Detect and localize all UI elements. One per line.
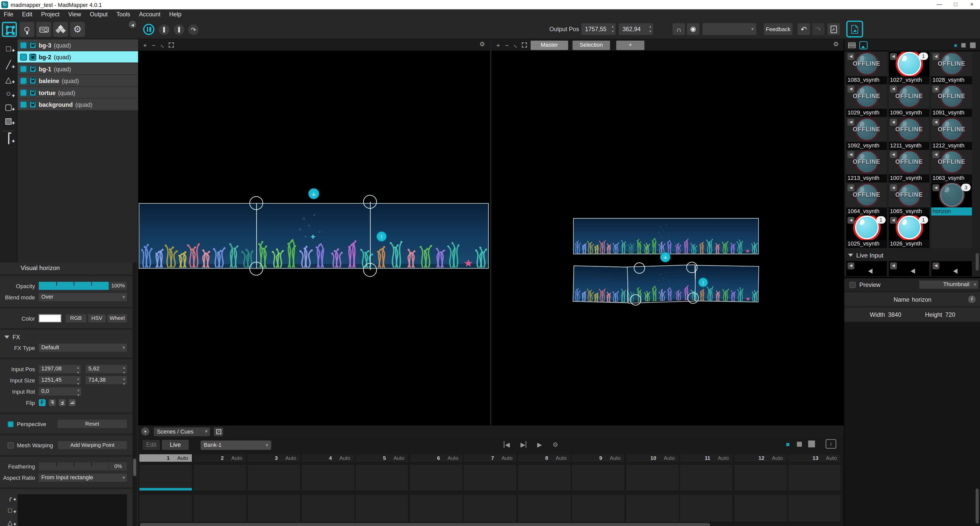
input-rot-field[interactable]: 0,0▲▼ — [39, 387, 81, 396]
opacity-value[interactable]: 100% — [109, 282, 127, 290]
menu-item-project[interactable]: Project — [41, 11, 60, 17]
lock-icon[interactable] — [29, 41, 36, 49]
canvas-settings-button[interactable]: ⚙ — [479, 41, 485, 48]
undo-button[interactable]: ↶ — [797, 23, 810, 35]
add-warping-point-button[interactable]: Add Warping Point — [58, 441, 127, 449]
scene-cell-col7-row1[interactable] — [464, 465, 516, 491]
fit-view-button[interactable]: ↔ — [511, 41, 520, 49]
zoom-in-button[interactable]: + — [494, 41, 503, 49]
corner-handle-top-left[interactable] — [250, 196, 263, 210]
mask-preview[interactable] — [18, 494, 127, 526]
live-input-header[interactable]: Live Input — [848, 252, 883, 259]
scene-cell-col6-row1[interactable] — [410, 465, 462, 491]
warp-handle-bottom-left[interactable] — [630, 294, 641, 305]
scene-cell-col3-row2[interactable] — [248, 495, 300, 522]
media-cell-1211_vsynth[interactable]: ◀OFFLINE1211_vsynth — [889, 117, 929, 150]
media-cell-horizon[interactable]: ◀3horizon — [931, 183, 972, 215]
live-input-cell[interactable]: ◀ — [931, 261, 972, 276]
output-preview-top[interactable] — [573, 218, 759, 254]
scene-cell-col1-row1[interactable] — [139, 465, 192, 491]
close-button[interactable]: × — [964, 0, 980, 10]
cue-step-2-button[interactable] — [174, 24, 185, 35]
replay-button[interactable]: ↷ — [188, 24, 199, 35]
media-cell-1026_vsynth[interactable]: ◀11026_vsynth — [889, 216, 929, 248]
corner-handle-bottom-right[interactable] — [363, 263, 377, 277]
media-cell-1007_vsynth[interactable]: ◀OFFLINE1007_vsynth — [889, 150, 929, 183]
hsv-button[interactable]: HSV — [88, 314, 105, 323]
layer-row-background[interactable]: background(quad) — [18, 99, 138, 110]
live-input-cell[interactable]: ◀ — [846, 261, 887, 276]
layer-visibility-checkbox[interactable] — [20, 89, 27, 96]
play-button[interactable]: ▶ — [537, 441, 542, 448]
scene-column-header-4[interactable]: 4Auto — [302, 454, 354, 462]
media-cell-1029_vsynth[interactable]: ◀OFFLINE1029_vsynth — [846, 84, 887, 117]
scene-cell-col8-row1[interactable] — [518, 465, 570, 491]
media-cell-1025_vsynth[interactable]: ◀11025_vsynth — [846, 216, 887, 248]
media-eject-button[interactable]: ◀ — [890, 86, 897, 93]
scene-column-header-2[interactable]: 2Auto — [193, 454, 246, 462]
scene-cell-col8-row2[interactable] — [518, 495, 570, 522]
media-eject-button[interactable]: ◀ — [848, 217, 854, 224]
scene-cell-col12-row1[interactable] — [734, 465, 787, 491]
quad-edge-left[interactable] — [256, 203, 257, 269]
tab-add[interactable]: + — [616, 41, 644, 50]
media-cell-1063_vsynth[interactable]: ◀OFFLINE1063_vsynth — [931, 150, 972, 183]
media-cell-1213_vsynth[interactable]: ◀OFFLINE1213_vsynth — [846, 150, 887, 183]
scenes-3d-tool-button[interactable] — [53, 22, 68, 37]
layer-visibility-checkbox[interactable] — [20, 101, 27, 108]
cue-info-panel-button[interactable]: i — [826, 439, 837, 448]
output-pos-y-field[interactable]: 362,94▲▼ — [619, 23, 653, 35]
media-eject-button[interactable]: ◀ — [890, 184, 897, 191]
spinner-arrows-icon[interactable]: ▲▼ — [77, 365, 80, 375]
scene-cell-col1-row2[interactable] — [139, 495, 192, 522]
menu-item-edit[interactable]: Edit — [22, 11, 32, 17]
skip-next-button[interactable]: ▶ — [520, 441, 527, 448]
media-eject-button[interactable]: ◀ — [848, 119, 854, 126]
selection-frame-icon[interactable] — [169, 42, 174, 48]
media-eject-button[interactable]: ◀ — [932, 184, 939, 191]
output-vertical-handle[interactable]: ↕ — [698, 278, 707, 287]
cue-step-1-button[interactable] — [159, 24, 169, 35]
skip-start-button[interactable]: ◀ — [504, 441, 510, 448]
spinner-arrows-icon[interactable]: ▲▼ — [77, 376, 80, 386]
scene-cell-col9-row2[interactable] — [572, 495, 624, 522]
perspective-reset-button[interactable]: Reset — [57, 420, 127, 428]
warp-handle-bottom-right[interactable] — [687, 292, 698, 304]
scene-column-header-11[interactable]: 11Auto — [680, 454, 732, 462]
maximize-button[interactable]: □ — [948, 0, 964, 10]
scene-cell-col11-row1[interactable] — [680, 465, 732, 491]
media-eject-button[interactable]: ◀ — [890, 53, 897, 60]
menu-item-tools[interactable]: Tools — [116, 11, 130, 17]
menu-item-help[interactable]: Help — [169, 11, 181, 17]
media-library-icon[interactable] — [859, 41, 867, 49]
panel-scrollbar-thumb[interactable] — [976, 489, 979, 524]
live-mode-button[interactable]: Live — [162, 440, 189, 450]
scene-column-header-7[interactable]: 7Auto — [464, 454, 516, 462]
spinner-arrows-icon[interactable]: ▲▼ — [611, 24, 614, 34]
scene-cell-col4-row2[interactable] — [302, 495, 354, 522]
scene-column-header-12[interactable]: 12Auto — [734, 454, 787, 462]
spinner-arrows-icon[interactable]: ▲▼ — [77, 387, 80, 397]
output-canvas[interactable]: + − ↔ Master Selection + ⚙ ↔ ↕ ↕ — [491, 39, 844, 425]
media-cell-1092_vsynth[interactable]: ◀OFFLINE1092_vsynth — [846, 117, 887, 150]
scene-cell-col5-row2[interactable] — [356, 495, 408, 522]
media-eject-button[interactable]: ◀ — [932, 53, 939, 60]
lock-icon[interactable] — [29, 101, 36, 108]
fit-view-button[interactable]: ↔ — [158, 41, 167, 49]
minimize-button[interactable]: — — [931, 0, 948, 10]
scene-column-header-5[interactable]: 5Auto — [356, 454, 408, 462]
color-swatch[interactable] — [39, 314, 61, 323]
layer-visibility-checkbox[interactable] — [20, 41, 27, 49]
fx-type-dropdown[interactable]: Default▾ — [39, 343, 127, 352]
info-icon[interactable]: i — [968, 296, 976, 303]
media-cell-1083_vsynth[interactable]: ◀OFFLINE1083_vsynth — [846, 52, 887, 84]
wheel-button[interactable]: Wheel — [108, 314, 127, 323]
media-scrollbar-thumb[interactable] — [976, 253, 979, 270]
warped-slice-left[interactable] — [573, 265, 628, 303]
media-cell-1064_vsynth[interactable]: ◀OFFLINE1064_vsynth — [846, 183, 887, 215]
spinner-arrows-icon[interactable]: ▲▼ — [123, 365, 126, 375]
media-eject-button[interactable]: ◀ — [848, 151, 854, 158]
media-panel-toggle-button[interactable] — [846, 21, 863, 38]
aspect-ratio-dropdown[interactable]: From Input rectangle▾ — [39, 474, 127, 482]
add-mask-button[interactable]: ▢ — [0, 101, 17, 115]
